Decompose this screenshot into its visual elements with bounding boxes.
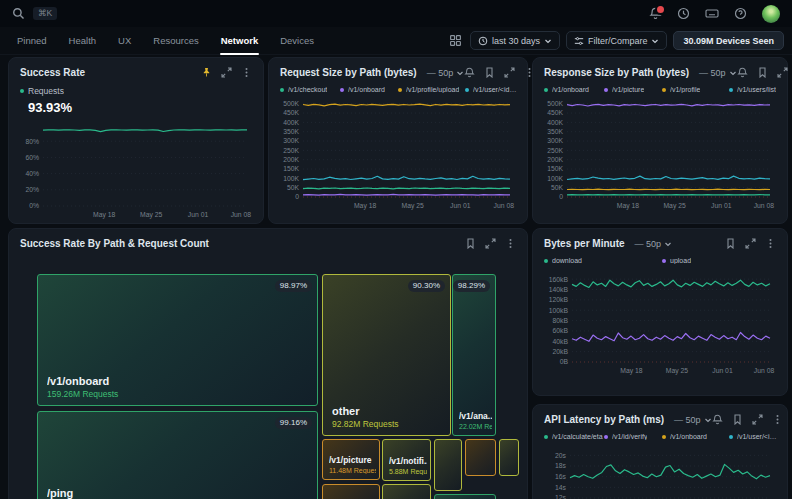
treemap-tile[interactable]: [499, 439, 519, 476]
svg-text:450K: 450K: [283, 109, 299, 116]
expand-icon[interactable]: [777, 67, 788, 78]
clock-icon[interactable]: [677, 7, 690, 20]
tile-label: /ping: [47, 487, 314, 499]
legend-dot: [544, 259, 548, 263]
legend-dot: [465, 88, 469, 92]
bookmark-icon[interactable]: [732, 414, 743, 425]
svg-text:350K: 350K: [547, 128, 563, 135]
legend-dot: [20, 89, 24, 93]
chevron-down-icon: [544, 37, 552, 45]
expand-icon[interactable]: [752, 414, 763, 425]
treemap-tile-other[interactable]: 90.30%other92.82M Requests: [322, 274, 451, 436]
devices-seen-badge[interactable]: 30.09M Devices Seen: [673, 31, 784, 50]
treemap-tile-v1-ana[interactable]: 98.29%/v1/ana...22.02M Re...: [452, 274, 496, 436]
treemap-tile[interactable]: [465, 439, 496, 476]
percentile-select[interactable]: — 50p: [674, 415, 712, 425]
treemap-tile[interactable]: [434, 439, 462, 491]
svg-text:140kB: 140kB: [549, 286, 569, 293]
tab-devices[interactable]: Devices: [269, 27, 325, 54]
legend-item[interactable]: /v1/user/<id>/rem...: [729, 433, 777, 440]
tile-request-count: 159.26M Requests: [47, 389, 314, 399]
pin-icon[interactable]: [201, 67, 212, 78]
filter-compare-button[interactable]: Filter/Compare: [566, 31, 668, 50]
legend-dot: [662, 259, 666, 263]
percentile-select[interactable]: — 50p: [699, 68, 737, 78]
card-success-rate: Success Rate Requests 93.93% 80%60%40%20…: [8, 57, 264, 224]
svg-text:0B: 0B: [560, 358, 569, 365]
tab-network[interactable]: Network: [210, 27, 269, 54]
treemap-tile[interactable]: [322, 484, 380, 499]
expand-icon[interactable]: [745, 238, 756, 249]
legend-dot: [662, 435, 666, 439]
kebab-menu-icon[interactable]: [765, 238, 776, 249]
legend-item[interactable]: /v1/calculate/eta: [544, 433, 604, 440]
treemap-tile-v1-onboard[interactable]: 98.97%/v1/onboard159.26M Requests: [37, 274, 318, 406]
layout-grid-icon[interactable]: [447, 32, 464, 49]
expand-icon[interactable]: [221, 67, 232, 78]
keyboard-icon[interactable]: [705, 7, 719, 20]
tab-health[interactable]: Health: [58, 27, 107, 54]
tab-ux[interactable]: UX: [107, 27, 142, 54]
treemap-tile[interactable]: [382, 484, 431, 499]
bookmark-icon[interactable]: [725, 238, 736, 249]
tile-label: /v1/picture11.48M Requests: [329, 455, 376, 474]
legend-dot: [729, 435, 733, 439]
expand-icon[interactable]: [504, 67, 515, 78]
avatar[interactable]: [762, 5, 780, 23]
tile-path: /ping: [47, 487, 314, 499]
legend-label: Requests: [28, 86, 64, 96]
tab-resources[interactable]: Resources: [142, 27, 209, 54]
svg-text:Jun 08: Jun 08: [494, 202, 515, 209]
time-range-select[interactable]: last 30 days: [470, 31, 560, 50]
percentile-select[interactable]: — 50p: [427, 68, 465, 78]
legend-item[interactable]: Requests: [20, 86, 64, 96]
legend-item[interactable]: /v1/user/<id>/profile: [465, 86, 517, 93]
legend-label: upload: [670, 257, 691, 264]
kebab-menu-icon[interactable]: [241, 67, 252, 78]
treemap-tile[interactable]: [434, 494, 496, 499]
notifications-bell-icon[interactable]: [649, 7, 662, 20]
legend-item[interactable]: download: [544, 257, 662, 264]
alert-bell-icon[interactable]: [712, 414, 723, 425]
legend-item[interactable]: /v1/users/list: [729, 86, 777, 93]
legend-item[interactable]: /v1/onboard: [662, 433, 729, 440]
legend-item[interactable]: /v1/picture: [604, 86, 662, 93]
legend-label: /v1/user/<id>/rem...: [737, 433, 777, 440]
treemap-tile-v1-picture[interactable]: /v1/picture11.48M Requests: [322, 439, 380, 480]
legend-dot: [340, 88, 344, 92]
bookmark-icon[interactable]: [757, 67, 768, 78]
legend-dot: [544, 435, 548, 439]
alert-bell-icon[interactable]: [464, 67, 475, 78]
tile-label: /v1/notifi...5.88M Requ...: [389, 456, 427, 475]
filter-compare-label: Filter/Compare: [588, 36, 648, 46]
legend-item[interactable]: /v1/profile/upload: [398, 86, 465, 93]
legend-label: /v1/id/verify: [612, 433, 647, 440]
time-range-label: last 30 days: [492, 36, 540, 46]
svg-text:May 18: May 18: [620, 367, 643, 375]
chevron-down-icon: [704, 416, 712, 424]
legend-label: /v1/onboard: [670, 433, 707, 440]
kebab-menu-icon[interactable]: [772, 414, 783, 425]
svg-text:50K: 50K: [287, 184, 300, 191]
alert-bell-icon[interactable]: [737, 67, 748, 78]
legend-label: /v1/profile: [670, 86, 700, 93]
treemap-tile-ping[interactable]: 99.16%/ping: [37, 411, 318, 499]
legend-label: /v1/checkout: [288, 86, 327, 93]
treemap-tile-v1-notifi[interactable]: /v1/notifi...5.88M Requ...: [382, 439, 431, 481]
legend-item[interactable]: /v1/id/verify: [604, 433, 662, 440]
legend-item[interactable]: /v1/profile: [662, 86, 729, 93]
legend-item[interactable]: upload: [662, 257, 777, 264]
svg-text:450K: 450K: [547, 109, 563, 116]
bookmark-icon[interactable]: [484, 67, 495, 78]
tab-pinned[interactable]: Pinned: [6, 27, 58, 54]
svg-text:Jun 01: Jun 01: [711, 202, 732, 209]
legend-item[interactable]: /v1/checkout: [280, 86, 340, 93]
percentile-select[interactable]: — 50p: [635, 239, 673, 249]
legend-item[interactable]: /v1/onboard: [544, 86, 604, 93]
legend-item[interactable]: /v1/onboard: [340, 86, 398, 93]
search-icon[interactable]: [12, 7, 25, 20]
tile-request-count: 22.02M Re...: [459, 423, 492, 430]
help-icon[interactable]: [734, 7, 747, 20]
svg-text:20s: 20s: [555, 452, 567, 459]
legend-dot: [604, 435, 608, 439]
